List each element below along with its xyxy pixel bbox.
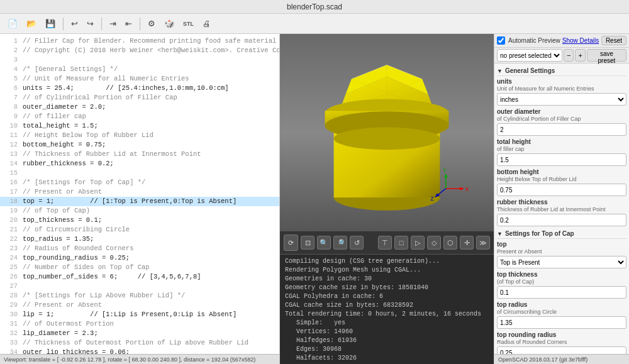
param-label-units: units	[497, 78, 626, 85]
param-input-top_rounding_radius[interactable]	[497, 346, 626, 354]
code-line: 12bottom_height = 0.75;	[0, 140, 279, 150]
reset-button[interactable]: Reset	[601, 36, 626, 45]
code-line: 32lip_diameter = 2.3;	[0, 329, 279, 338]
print-button[interactable]: 🖨	[199, 16, 214, 31]
auto-preview-label: Automatic Preview	[508, 37, 560, 44]
param-row-outer_diameter: outer diameterof Cylindrical Portion of …	[497, 108, 626, 136]
viewport-3d[interactable]: X Y Z	[280, 34, 494, 231]
line-number: 30	[3, 310, 18, 319]
param-sublabel-top_thickness: (of Top of Cap)	[497, 279, 626, 285]
settings-button[interactable]: ⚙	[144, 16, 159, 31]
console-line: CGAL cache size in bytes: 68328592	[285, 301, 489, 310]
console-line: Rendering Polygon Mesh using CGAL...	[285, 266, 489, 275]
preset-prev-button[interactable]: −	[564, 49, 574, 62]
console-line: Simple: yes	[285, 319, 489, 328]
line-text: // Number of Sides on Top of Cap	[23, 263, 150, 272]
line-text: // Unit of Measure for all Numeric Entri…	[23, 74, 189, 84]
render-button[interactable]: 🎲	[160, 16, 178, 31]
viewport-bottom-toolbar: ⟳ ⊡ 🔍 🔎 ↺ ⊤ □ ▷ ◇ ⬡ ✛ ≫	[280, 231, 494, 254]
code-line: 13// Thickness of Rubber Lid at Innermos…	[0, 150, 279, 159]
line-number: 2	[3, 46, 18, 55]
param-input-top_thickness[interactable]	[497, 286, 626, 299]
console-line: Total rendering time: 0 hours, 2 minutes…	[285, 310, 489, 319]
zoom-in-button[interactable]: 🔍	[317, 236, 331, 250]
code-line: 15	[0, 168, 279, 178]
undo-button[interactable]: ↩	[67, 16, 82, 31]
param-select-top[interactable]: Top is PresentTop is Absent	[497, 256, 626, 268]
toolbar-sep-2	[101, 18, 102, 30]
reset-view-button[interactable]: ⟳	[284, 234, 298, 251]
view-right-button[interactable]: ▷	[411, 236, 425, 250]
param-input-rubber_thickness[interactable]	[497, 214, 626, 226]
line-number: 24	[3, 253, 18, 263]
line-text: top_radius = 1.35;	[23, 234, 94, 244]
new-button[interactable]: 📄	[4, 16, 21, 31]
code-line: 9// of filler cap	[0, 112, 279, 121]
line-text: /* [General Settings] */	[23, 65, 118, 74]
param-label-top: top	[497, 241, 626, 248]
param-input-bottom_height[interactable]	[497, 184, 626, 196]
axes-button[interactable]: ✛	[460, 236, 474, 250]
preset-bar: no preset selected − + save preset	[494, 48, 629, 63]
line-text: // Present or Absent	[23, 187, 102, 197]
section-header-general[interactable]: ▼General Settings	[497, 66, 626, 76]
save-button[interactable]: 💾	[42, 16, 59, 31]
redo-button[interactable]: ↪	[83, 16, 97, 31]
code-line: 7// of Cylindrical Portion of Filler Cap	[0, 93, 279, 102]
view-persp-button[interactable]: ◇	[427, 236, 441, 250]
params-scroll[interactable]: ▼General SettingsunitsUnit of Measure fo…	[494, 63, 629, 354]
line-text: // of Outermost Portion	[23, 319, 114, 329]
line-number: 12	[3, 140, 18, 150]
line-text: total_height = 1.5;	[23, 121, 98, 131]
line-text: top_rounding_radius = 0.25;	[23, 253, 130, 263]
line-number: 7	[3, 93, 18, 102]
param-select-units[interactable]: inchesmmcm	[497, 93, 626, 106]
line-text: units = 25.4; // [25.4:inches,1.0:mm,10.…	[23, 84, 229, 93]
auto-preview-checkbox[interactable]	[497, 36, 505, 45]
zoom-fit-button[interactable]: ⊡	[301, 236, 314, 250]
line-text: outer_lip_thickness = 0.06;	[23, 348, 130, 354]
preset-next-button[interactable]: +	[575, 49, 585, 62]
line-number: 8	[3, 102, 18, 112]
code-editor[interactable]: 1// Filler Cap for Blender. Recommend pr…	[0, 34, 279, 354]
line-text: lip = 1; // [1:Lip is Present,0:Lip is A…	[23, 310, 237, 319]
param-input-total_height[interactable]	[497, 153, 626, 166]
console-line: CGAL Polyhedra in cache: 6	[285, 292, 489, 301]
code-line: 21// of Circumscribing Circle	[0, 225, 279, 234]
line-text: top_thickness = 0.1;	[23, 216, 102, 225]
open-button[interactable]: 📂	[23, 16, 40, 31]
view-front-button[interactable]: □	[394, 236, 408, 250]
outdent-button[interactable]: ⇤	[121, 16, 136, 31]
rotate-button[interactable]: ↺	[350, 236, 364, 250]
param-sublabel-rubber_thickness: Thickness of Rubber Lid at Innermost Poi…	[497, 206, 626, 212]
line-number: 22	[3, 234, 18, 244]
indent-button[interactable]: ⇥	[106, 16, 120, 31]
preset-select[interactable]: no preset selected	[497, 49, 562, 62]
line-number: 9	[3, 112, 18, 121]
code-line: 24top_rounding_radius = 0.25;	[0, 253, 279, 263]
param-input-top_radius[interactable]	[497, 316, 626, 329]
param-sublabel-outer_diameter: of Cylindrical Portion of Filler Cap	[497, 116, 626, 122]
code-line: 8outer_diameter = 2.0;	[0, 102, 279, 112]
right-panel: Automatic Preview Show Details Reset no …	[494, 34, 629, 364]
line-number: 6	[3, 84, 18, 93]
save-preset-button[interactable]: save preset	[587, 49, 626, 62]
window-title: blenderTop.scad	[287, 3, 342, 11]
code-line: 11// Height Below Top of Rubber Lid	[0, 131, 279, 140]
console-line: Vertices: 14960	[285, 328, 489, 336]
param-label-bottom_height: bottom height	[497, 168, 626, 175]
show-details-button[interactable]: Show Details	[562, 37, 599, 44]
code-line: 6units = 25.4; // [25.4:inches,1.0:mm,10…	[0, 84, 279, 93]
export-button[interactable]: STL	[179, 16, 198, 31]
wireframe-button[interactable]: ⬡	[443, 236, 457, 250]
section-header-top[interactable]: ▼Settings for Top of Cap	[497, 229, 626, 239]
code-line: 23// Radius of Rounded Corners	[0, 244, 279, 253]
more-button[interactable]: ≫	[476, 236, 490, 250]
param-row-top_thickness: top thickness(of Top of Cap)	[497, 271, 626, 299]
view-top-button[interactable]: ⊤	[378, 236, 392, 250]
code-line: 18top = 1; // [1:Top is Present,0:Top is…	[0, 197, 279, 206]
param-input-outer_diameter[interactable]	[497, 123, 626, 136]
zoom-out-button[interactable]: 🔎	[333, 236, 347, 250]
right-bottom-bar: OpenSCAD 2018.03.17 (git 3e7bfff)	[494, 354, 629, 364]
line-number: 20	[3, 216, 18, 225]
